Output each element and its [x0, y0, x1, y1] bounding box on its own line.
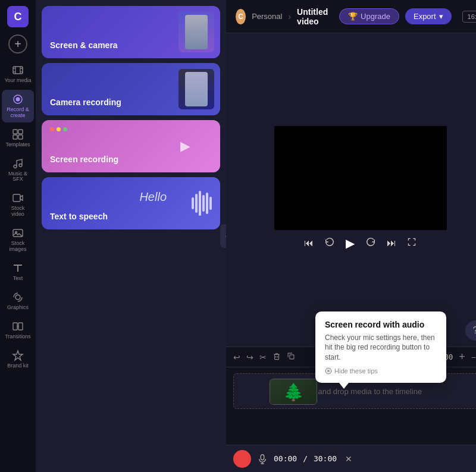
- sidebar-item-stock-images[interactable]: Stock images: [2, 224, 34, 256]
- person-silhouette-cr: [185, 72, 208, 106]
- sidebar-item-graphics[interactable]: Graphics: [2, 288, 34, 314]
- aspect-ratio-badge[interactable]: 16:9: [462, 11, 476, 23]
- timeline-area: ▾ ↩ ↪ ✂ 00:00.0: [226, 347, 476, 472]
- card-text-to-speech[interactable]: Hello Text to speech: [42, 177, 220, 229]
- recording-close-button[interactable]: ✕: [345, 454, 352, 464]
- icon-bar: C + Your media Record &create Template: [0, 0, 36, 472]
- breadcrumb-title: Untitled video: [297, 7, 333, 26]
- text-icon: [12, 262, 24, 274]
- recording-time-current: 00:00: [274, 454, 297, 463]
- sidebar-item-transitions[interactable]: Transitions: [2, 317, 34, 344]
- sidebar-label-record-create: Record &create: [7, 107, 29, 119]
- playback-controls: ⏮ ▶ ⏭: [304, 230, 416, 254]
- record-indicator[interactable]: [233, 450, 251, 468]
- sidebar-label-music-sfx: Music & SFX: [4, 171, 32, 183]
- sidebar-item-text[interactable]: Text: [2, 259, 34, 285]
- copy-button[interactable]: [287, 352, 295, 362]
- sidebar-item-your-media[interactable]: Your media: [2, 61, 34, 87]
- collapse-panel-button[interactable]: ‹: [220, 224, 226, 248]
- svg-point-18: [15, 295, 20, 300]
- templates-icon: [12, 128, 24, 140]
- sidebar-item-stock-video[interactable]: Stock video: [2, 188, 34, 221]
- sr-dot-yellow: [57, 127, 61, 131]
- app-logo: C: [7, 6, 29, 27]
- tooltip-arrow: [339, 383, 349, 389]
- svg-rect-11: [13, 135, 17, 139]
- recording-bar: 00:00 / 30:00 ✕: [226, 445, 476, 472]
- export-chevron-icon: ▾: [439, 12, 443, 21]
- add-track-button[interactable]: +: [459, 351, 465, 363]
- stock-video-icon: [12, 192, 24, 204]
- main-area: C Personal › Untitled video 🏆 Upgrade Ex…: [226, 0, 476, 472]
- breadcrumb-avatar: C: [236, 9, 246, 24]
- skip-back-button[interactable]: ⏮: [304, 238, 314, 248]
- tooltip-hide-label: Hide these tips: [334, 367, 378, 375]
- film-icon: [12, 64, 24, 76]
- tts-hello-text: Hello: [139, 190, 167, 204]
- video-canvas: [274, 126, 447, 230]
- tooltip-title: Screen record with audio: [325, 320, 437, 329]
- svg-rect-15: [13, 194, 20, 202]
- tts-bar-1: [192, 197, 194, 209]
- cut-button[interactable]: ✂: [259, 353, 267, 362]
- sidebar-item-record-create[interactable]: Record &create: [2, 90, 34, 122]
- export-label: Export: [414, 12, 436, 21]
- svg-rect-10: [18, 130, 23, 134]
- breadcrumb-personal[interactable]: Personal: [252, 12, 282, 21]
- tooltip-hide-button[interactable]: Hide these tips: [325, 367, 437, 375]
- card-camera-recording-thumbnail: [178, 69, 214, 109]
- svg-rect-20: [18, 323, 23, 330]
- svg-rect-21: [275, 354, 279, 359]
- card-text-to-speech-label: Text to speech: [50, 212, 108, 221]
- svg-point-14: [19, 163, 22, 166]
- music-icon: [12, 158, 24, 169]
- fullscreen-button[interactable]: [407, 237, 416, 249]
- card-screen-camera[interactable]: Screen & camera: [42, 6, 220, 58]
- card-screen-recording-label: Screen recording: [50, 155, 118, 164]
- sidebar-item-brand-kit[interactable]: Brand kit: [2, 346, 34, 373]
- breadcrumb-separator: ›: [288, 12, 291, 21]
- card-camera-recording-label: Camera recording: [50, 97, 121, 107]
- hide-icon: [325, 367, 332, 375]
- clip-thumbnail: 🌲: [270, 379, 317, 404]
- zoom-out-button[interactable]: −: [471, 353, 476, 362]
- sidebar-item-music-sfx[interactable]: Music & SFX: [2, 154, 34, 187]
- svg-rect-24: [290, 355, 294, 359]
- forward-5-button[interactable]: [365, 237, 376, 250]
- sr-play-icon: ▶: [180, 139, 190, 154]
- card-screen-camera-thumbnail: [178, 12, 214, 52]
- left-panel: Screen & camera Camera recording Screen …: [36, 0, 226, 472]
- card-camera-recording[interactable]: Camera recording: [42, 63, 220, 115]
- svg-rect-9: [13, 130, 17, 134]
- upgrade-icon: 🏆: [348, 12, 358, 21]
- sidebar-item-templates[interactable]: Templates: [2, 125, 34, 152]
- svg-point-13: [14, 165, 17, 168]
- export-button[interactable]: Export ▾: [405, 8, 452, 24]
- redo-button[interactable]: ↪: [246, 353, 253, 362]
- upgrade-label: Upgrade: [361, 12, 390, 21]
- sidebar-label-stock-video: Stock video: [4, 206, 32, 218]
- zoom-controls: −: [471, 352, 476, 362]
- tts-bar-2: [195, 194, 198, 213]
- tts-bar-4: [202, 195, 205, 212]
- skip-forward-button[interactable]: ⏭: [387, 238, 396, 248]
- play-button[interactable]: ▶: [346, 236, 355, 250]
- tooltip-screen-record: Screen record with audio Check your mic …: [315, 311, 446, 383]
- card-screen-recording[interactable]: Screen recording ▶: [42, 120, 220, 172]
- svg-rect-19: [13, 323, 17, 330]
- svg-point-8: [16, 97, 20, 101]
- undo-button[interactable]: ↩: [233, 353, 240, 362]
- add-button[interactable]: +: [8, 34, 27, 54]
- sidebar-label-text: Text: [13, 276, 23, 282]
- sr-dots: [50, 127, 67, 131]
- sr-dot-green: [63, 127, 67, 131]
- graphics-icon: [12, 291, 24, 303]
- upgrade-button[interactable]: 🏆 Upgrade: [339, 8, 399, 24]
- delete-button[interactable]: [273, 352, 281, 362]
- help-button[interactable]: ?: [465, 320, 476, 341]
- timeline-clip[interactable]: 🌲 ✋: [270, 379, 317, 405]
- replay-5-button[interactable]: [324, 237, 335, 250]
- svg-rect-28: [261, 454, 264, 460]
- sidebar-label-brand-kit: Brand kit: [7, 363, 29, 369]
- sidebar-label-graphics: Graphics: [7, 305, 29, 311]
